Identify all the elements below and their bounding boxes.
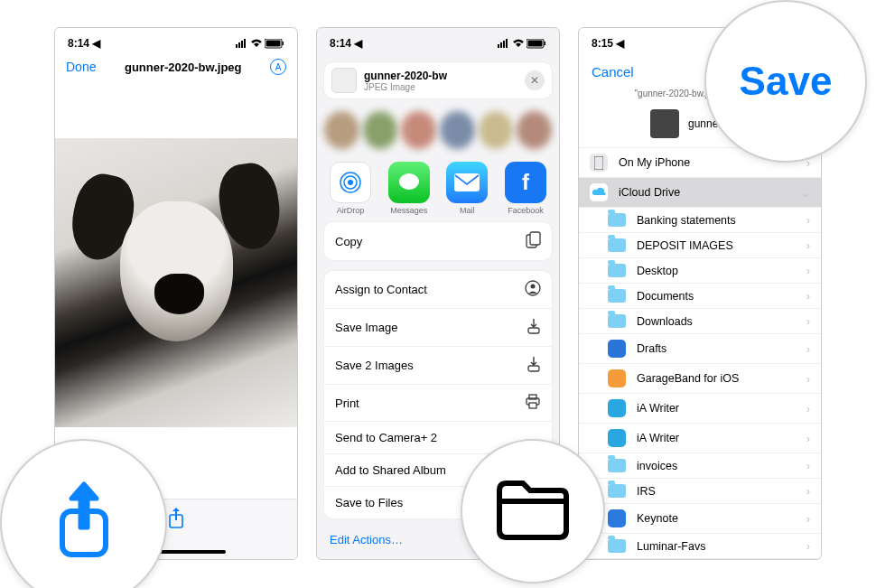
folder-row[interactable]: DEPOSIT IMAGES› <box>579 233 821 258</box>
chevron-down-icon: ⌄ <box>800 186 810 200</box>
folder-label: GarageBand for iOS <box>637 372 739 385</box>
svg-rect-2 <box>241 41 243 48</box>
status-time: 8:14 ◀ <box>68 37 100 50</box>
chevron-right-icon: › <box>806 484 810 498</box>
download-icon <box>527 356 541 375</box>
chevron-right-icon: › <box>806 402 810 415</box>
folder-icon <box>608 484 626 498</box>
folder-row[interactable]: Drafts› <box>579 334 821 364</box>
folder-icon <box>608 399 626 417</box>
status-indicators <box>498 39 546 49</box>
svg-rect-21 <box>530 232 540 245</box>
chevron-right-icon: › <box>806 512 810 526</box>
contacts-row[interactable] <box>317 106 559 154</box>
markup-icon[interactable]: A <box>270 59 286 75</box>
folder-label: iA Writer <box>637 402 679 415</box>
app-facebook[interactable]: f Facebook <box>501 162 550 215</box>
svg-rect-14 <box>545 42 546 45</box>
app-mail[interactable]: Mail <box>443 162 491 215</box>
status-time: 8:15 ◀ <box>592 37 624 50</box>
chevron-right-icon: › <box>806 372 810 386</box>
share-thumbnail <box>331 68 357 93</box>
svg-rect-6 <box>283 42 284 45</box>
share-icon <box>51 481 116 565</box>
folder-row[interactable]: Documents› <box>579 284 821 309</box>
folder-icon <box>492 476 573 547</box>
location-icloud-drive[interactable]: iCloud Drive ⌄ <box>579 178 821 208</box>
file-title: gunner-2020-bw.jpeg <box>96 61 270 74</box>
close-icon[interactable]: ✕ <box>525 70 545 90</box>
svg-rect-13 <box>528 40 543 46</box>
folder-row[interactable]: GarageBand for iOS› <box>579 364 821 394</box>
folder-icon <box>608 539 626 553</box>
folder-icon <box>608 429 626 447</box>
folder-icon <box>608 369 626 387</box>
folder-label: DEPOSIT IMAGES <box>637 239 733 252</box>
action-print[interactable]: Print <box>324 385 552 422</box>
chevron-right-icon: › <box>806 539 810 553</box>
svg-rect-9 <box>500 42 502 48</box>
share-title: gunner-2020-bw <box>364 70 525 82</box>
folder-row[interactable]: Luminar-Favs› <box>579 534 821 559</box>
chevron-right-icon: › <box>806 289 810 303</box>
share-apps-row: AirDrop Messages Mail f Facebook <box>317 154 559 217</box>
folder-icon <box>608 238 626 252</box>
folder-row[interactable]: IRS› <box>579 479 821 504</box>
svg-rect-24 <box>528 328 539 333</box>
save-label: Save <box>740 59 833 104</box>
nav-bar: Done gunner-2020-bw.jpeg A <box>55 55 297 84</box>
folder-icon <box>608 459 626 472</box>
action-save-2-images[interactable]: Save 2 Images <box>324 347 552 385</box>
chevron-right-icon: › <box>806 314 810 328</box>
image-preview[interactable] <box>55 138 297 427</box>
status-bar: 8:14 ◀ <box>55 28 297 55</box>
app-airdrop[interactable]: AirDrop <box>326 162 375 215</box>
folder-icon <box>608 264 626 277</box>
action-assign-contact[interactable]: Assign to Contact <box>324 271 552 309</box>
folder-label: Keynote <box>637 512 678 525</box>
folder-label: Documents <box>637 290 694 303</box>
svg-point-23 <box>531 285 536 289</box>
folder-row[interactable]: Downloads› <box>579 309 821 334</box>
printer-icon <box>525 394 541 412</box>
status-time: 8:14 ◀ <box>330 37 362 50</box>
share-header: gunner-2020-bw JPEG Image ✕ <box>324 62 552 98</box>
svg-rect-3 <box>244 39 246 48</box>
svg-rect-8 <box>498 44 499 48</box>
svg-rect-0 <box>236 44 238 48</box>
svg-point-18 <box>399 173 419 190</box>
folder-row[interactable]: iA Writer› <box>579 394 821 424</box>
svg-rect-28 <box>529 403 536 408</box>
copy-icon <box>526 231 541 251</box>
folder-icon <box>608 289 626 303</box>
folder-label: Downloads <box>637 315 693 328</box>
svg-rect-19 <box>454 173 480 191</box>
svg-rect-11 <box>506 39 508 48</box>
folder-row[interactable]: invoices› <box>579 453 821 479</box>
folder-row[interactable]: Misc› <box>579 559 821 560</box>
folder-row[interactable]: Banking statements› <box>579 208 821 233</box>
folder-row[interactable]: Desktop› <box>579 258 821 284</box>
cancel-button[interactable]: Cancel <box>592 64 634 79</box>
app-messages[interactable]: Messages <box>385 162 433 215</box>
chevron-right-icon: › <box>806 213 810 227</box>
callout-folder-icon <box>461 439 605 583</box>
folder-label: Luminar-Favs <box>637 540 705 553</box>
svg-rect-10 <box>503 41 505 48</box>
callout-save-text: Save <box>704 0 867 163</box>
done-button[interactable]: Done <box>66 60 96 74</box>
status-indicators <box>236 39 284 49</box>
share-actions-group: Copy <box>324 222 552 260</box>
share-subtitle: JPEG Image <box>364 82 525 92</box>
status-bar: 8:14 ◀ <box>317 28 559 55</box>
action-save-image[interactable]: Save Image <box>324 309 552 347</box>
folder-label: iA Writer <box>637 432 679 444</box>
chevron-right-icon: › <box>806 264 810 277</box>
action-copy[interactable]: Copy <box>324 222 552 260</box>
folder-row[interactable]: iA Writer› <box>579 424 821 453</box>
share-icon[interactable] <box>167 518 185 533</box>
svg-point-15 <box>348 180 353 185</box>
folder-row[interactable]: Keynote› <box>579 504 821 534</box>
folder-label: Desktop <box>637 265 678 277</box>
svg-rect-5 <box>266 40 281 46</box>
